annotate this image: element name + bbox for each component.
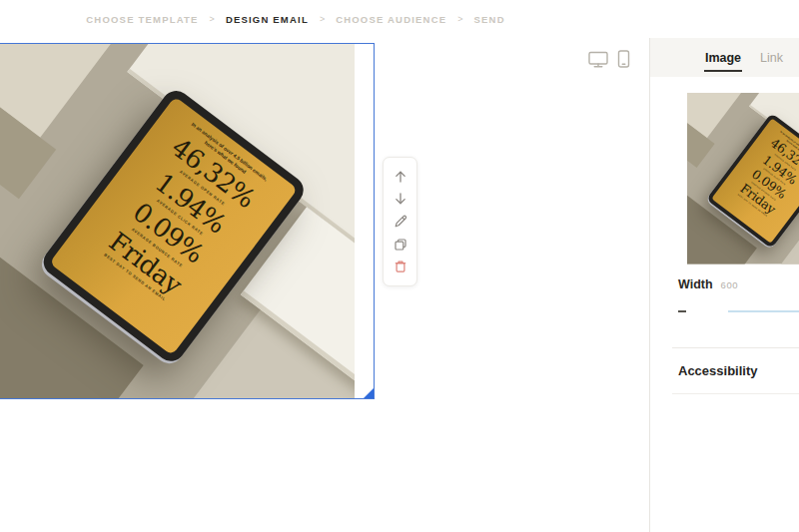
duplicate-icon[interactable] xyxy=(393,237,408,253)
width-slider-track[interactable] xyxy=(728,310,799,312)
section-divider xyxy=(672,347,799,348)
tab-image[interactable]: Image xyxy=(705,51,741,65)
width-label: Width xyxy=(678,277,713,291)
breadcrumb-separator: > xyxy=(210,14,215,24)
breadcrumb: CHOOSE TEMPLATE > DESIGN EMAIL > CHOOSE … xyxy=(0,0,591,38)
hero-image: In an analysis of over 4.5 billion email… xyxy=(687,93,799,264)
breadcrumb-choose-audience[interactable]: CHOOSE AUDIENCE xyxy=(336,14,446,25)
breadcrumb-separator: > xyxy=(320,14,325,24)
width-setting: Width 600 xyxy=(678,277,738,291)
settings-panel: Image Link In an analysis of over 4.5 bi… xyxy=(649,38,799,532)
width-value: 600 xyxy=(721,279,738,290)
preview-toggles xyxy=(587,49,630,69)
resize-handle[interactable] xyxy=(364,388,374,398)
tab-link[interactable]: Link xyxy=(760,51,783,65)
move-up-icon[interactable] xyxy=(393,169,408,185)
hero-image: In an analysis of over 4.5 billion email… xyxy=(0,44,355,398)
block-toolbar xyxy=(383,157,417,286)
mobile-preview-icon[interactable] xyxy=(617,49,630,69)
section-divider xyxy=(672,393,799,394)
breadcrumb-design-email[interactable]: DESIGN EMAIL xyxy=(226,14,309,25)
trash-icon[interactable] xyxy=(393,259,408,274)
desktop-preview-icon[interactable] xyxy=(587,49,609,69)
email-image-block[interactable]: In an analysis of over 4.5 billion email… xyxy=(0,43,375,399)
move-down-icon[interactable] xyxy=(393,191,408,207)
breadcrumb-separator: > xyxy=(457,14,462,24)
edit-icon[interactable] xyxy=(393,214,408,230)
width-decrease-button[interactable] xyxy=(678,310,686,312)
width-slider xyxy=(678,307,799,315)
photo-scene: In an analysis of over 4.5 billion email… xyxy=(0,44,355,398)
image-thumbnail[interactable]: In an analysis of over 4.5 billion email… xyxy=(687,93,799,265)
accessibility-section-header[interactable]: Accessibility xyxy=(678,363,758,378)
breadcrumb-choose-template[interactable]: CHOOSE TEMPLATE xyxy=(86,14,198,25)
breadcrumb-send[interactable]: SEND xyxy=(474,14,505,25)
panel-tabbar: Image Link xyxy=(650,38,799,77)
photo-scene: In an analysis of over 4.5 billion email… xyxy=(687,93,799,264)
